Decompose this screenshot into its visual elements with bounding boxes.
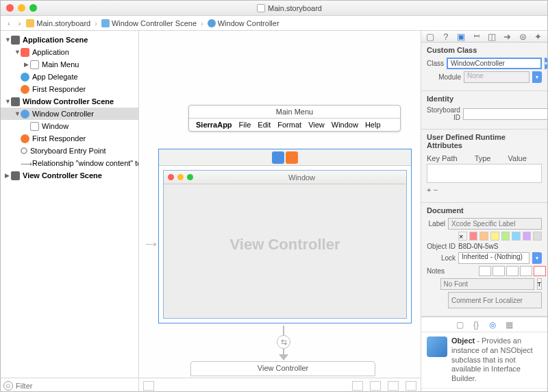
object-library: ▢ {} ◎ ▦ Object - Provides an instance o… [421, 317, 547, 392]
outline-item-selected[interactable]: ▼Window Controller [1, 108, 138, 120]
align-justify-button[interactable] [520, 266, 532, 276]
close-button[interactable] [6, 4, 14, 12]
module-dropdown-button[interactable]: ▾ [532, 71, 542, 83]
first-responder-icon[interactable] [286, 151, 298, 164]
udra-add-button[interactable]: + [427, 186, 431, 194]
file-templates-tab[interactable]: ▢ [454, 320, 465, 330]
minimize-button[interactable] [18, 4, 25, 12]
delegate-icon [21, 73, 29, 82]
menu-item[interactable]: Window [332, 121, 358, 129]
class-field[interactable] [447, 58, 542, 69]
menu-item[interactable]: File [239, 121, 251, 129]
menu-item[interactable]: View [308, 121, 325, 129]
resolve-button[interactable] [388, 381, 399, 391]
align-button[interactable] [352, 381, 363, 391]
crumb-file[interactable]: Main.storyboard [26, 19, 90, 27]
zoom-button[interactable] [29, 4, 37, 12]
bindings-inspector-tab[interactable]: ⊜ [516, 31, 529, 42]
segue-indicator[interactable]: ⇆ [277, 335, 290, 349]
main-menu-object[interactable]: Main Menu SierraApp File Edit Format Vie… [188, 105, 401, 132]
menu-item[interactable]: Help [365, 121, 381, 129]
scene-toolbar [159, 149, 411, 166]
pin-button[interactable] [370, 381, 381, 391]
ib-canvas: Main Menu SierraApp File Edit Format Vie… [139, 31, 421, 392]
identity-inspector-tab[interactable]: ▣ [455, 31, 467, 42]
library-item[interactable]: View Controller - A controller that mana… [421, 389, 547, 392]
color-swatch[interactable] [490, 232, 499, 241]
inspector-tabs: ▢ ? ▣ ⎶ ◫ ➜ ⊜ ✦ [421, 31, 547, 42]
window-controller-scene[interactable]: Window View Controller [158, 149, 412, 323]
file-inspector-tab[interactable]: ▢ [424, 31, 436, 42]
outline-item[interactable]: First Responder [1, 132, 138, 145]
storyboard-icon [26, 19, 34, 27]
outline-item[interactable]: Window [1, 120, 138, 132]
scene-row[interactable]: ▼Application Scene [1, 34, 138, 46]
outline-tree[interactable]: ▼Application Scene ▼Application ▶Main Me… [1, 31, 138, 378]
udra-table[interactable] [427, 164, 542, 183]
library-list[interactable]: Object - Provides an instance of an NSOb… [421, 332, 547, 392]
relationship-icon: ⟶ [21, 159, 29, 168]
outline-item[interactable]: ▼Application [1, 46, 138, 58]
attributes-inspector-tab[interactable]: ⎶ [471, 31, 483, 42]
outline-item[interactable]: App Delegate [1, 71, 138, 83]
crumb-separator: › [95, 19, 97, 27]
color-swatch[interactable] [501, 232, 510, 241]
object-library-tab[interactable]: ◎ [487, 320, 498, 330]
outline-item[interactable]: ⟶Relationship "window content" to "... [1, 157, 138, 169]
identity-section: Identity Storyboard ID [421, 91, 547, 130]
menu-item[interactable]: Format [277, 121, 301, 129]
lock-dropdown-button[interactable]: ▾ [532, 252, 542, 264]
connections-inspector-tab[interactable]: ➜ [501, 31, 514, 42]
section-heading: User Defined Runtime Attributes [427, 133, 542, 149]
crumb-object[interactable]: Window Controller [208, 19, 279, 27]
scene-row[interactable]: ▼Window Controller Scene [1, 95, 138, 108]
font-picker-button[interactable]: T [537, 278, 543, 290]
outline-filter-bar: ⊙ [1, 378, 138, 392]
crumb-scene[interactable]: Window Controller Scene [101, 19, 197, 27]
nav-forward-button[interactable]: › [16, 19, 24, 27]
entry-point-arrow[interactable]: → [142, 233, 160, 254]
doc-label-field[interactable] [448, 218, 542, 230]
help-inspector-tab[interactable]: ? [440, 31, 452, 42]
outline-item[interactable]: First Responder [1, 83, 138, 95]
outline-item[interactable]: Storyboard Entry Point [1, 145, 138, 157]
outline-filter-input[interactable] [16, 382, 136, 390]
outline-item[interactable]: ▶Main Menu [1, 58, 138, 71]
menu-item[interactable]: Edit [258, 121, 271, 129]
module-label: Module [427, 73, 461, 81]
embed-button[interactable] [406, 381, 416, 391]
color-swatch[interactable] [512, 232, 521, 241]
color-swatch[interactable] [469, 232, 478, 241]
filter-scope-button[interactable]: ⊙ [3, 381, 13, 391]
color-swatch[interactable] [480, 232, 488, 241]
color-swatch[interactable] [533, 232, 542, 241]
color-swatch-none[interactable]: × [458, 232, 467, 241]
scene-row[interactable]: ▶View Controller Scene [1, 169, 138, 182]
menu-item[interactable]: SierraApp [196, 121, 232, 129]
text-color-button[interactable] [534, 266, 546, 276]
view-controller-stub[interactable]: View Controller [190, 361, 375, 376]
storyboard-id-field[interactable] [463, 108, 547, 120]
color-swatch[interactable] [523, 232, 532, 241]
code-snippets-tab[interactable]: {} [471, 320, 482, 330]
font-field[interactable] [440, 278, 534, 290]
scene-icon [11, 97, 20, 106]
nav-back-button[interactable]: ‹ [5, 19, 13, 27]
effects-inspector-tab[interactable]: ✦ [532, 31, 545, 42]
align-right-button[interactable] [506, 266, 519, 276]
window-object[interactable]: Window View Controller [163, 170, 407, 319]
class-dropdown-button[interactable]: ▾ [545, 58, 547, 69]
library-item[interactable]: Object - Provides an instance of an NSOb… [421, 332, 547, 389]
udra-remove-button[interactable]: − [434, 186, 438, 194]
align-center-button[interactable] [493, 266, 505, 276]
canvas-bottom-bar [139, 378, 421, 392]
module-field[interactable]: None [464, 71, 530, 83]
localizer-comment-field[interactable] [448, 292, 542, 308]
canvas-body[interactable]: Main Menu SierraApp File Edit Format Vie… [139, 31, 421, 378]
align-left-button[interactable] [479, 266, 491, 276]
window-controller-icon[interactable] [272, 151, 284, 164]
lock-dropdown[interactable]: Inherited - (Nothing) [458, 252, 530, 264]
media-library-tab[interactable]: ▦ [503, 320, 514, 330]
size-inspector-tab[interactable]: ◫ [486, 31, 498, 42]
toggle-outline-button[interactable] [143, 381, 154, 391]
